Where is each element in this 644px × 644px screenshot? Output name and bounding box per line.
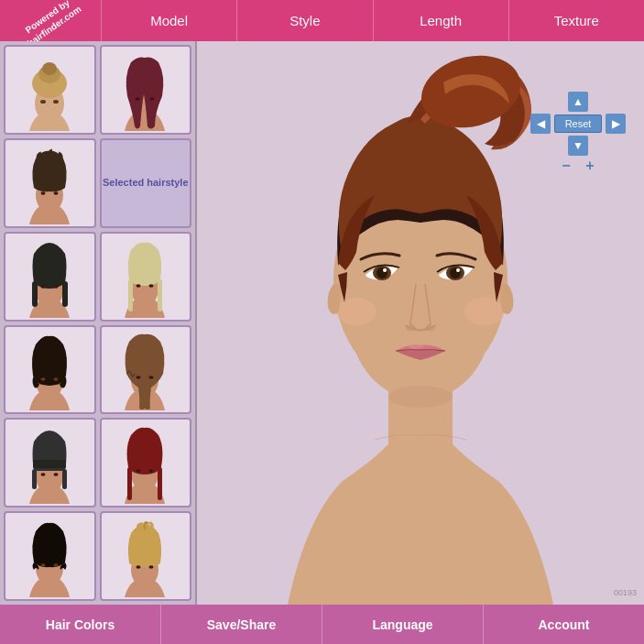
arrow-up-button[interactable]: ▲ <box>568 92 588 112</box>
svg-point-7 <box>136 97 140 101</box>
svg-rect-36 <box>127 467 132 500</box>
hairstyle-preview-7 <box>16 328 84 410</box>
svg-point-4 <box>40 100 46 104</box>
hairstyle-thumb-7[interactable] <box>4 325 96 415</box>
arrow-down-button[interactable]: ▼ <box>568 136 588 156</box>
hairstyle-preview-9 <box>16 421 84 504</box>
hair-style-sidebar: Selected hairstyle <box>0 41 197 605</box>
bottom-navigation: Hair Colors Save/Share Language Account <box>0 605 644 644</box>
tab-texture[interactable]: Texture <box>508 0 644 41</box>
svg-point-33 <box>40 473 45 476</box>
svg-point-8 <box>150 97 155 101</box>
zoom-out-button[interactable]: − <box>558 158 574 174</box>
svg-point-52 <box>383 268 387 272</box>
hairstyle-preview-12 <box>111 515 180 597</box>
svg-point-49 <box>464 298 505 325</box>
svg-point-45 <box>149 565 154 569</box>
zoom-controls: − + <box>558 158 598 174</box>
hairstyle-thumb-1[interactable] <box>4 45 96 135</box>
svg-point-11 <box>53 191 58 195</box>
top-navigation: Powered by hairfinder.com Model Style Le… <box>0 0 644 41</box>
svg-point-34 <box>53 473 58 476</box>
svg-rect-30 <box>33 460 66 468</box>
arrow-right-button[interactable]: ▶ <box>606 114 626 134</box>
svg-point-58 <box>409 344 423 349</box>
svg-point-5 <box>53 100 59 104</box>
hairstyle-thumb-12[interactable] <box>100 511 192 601</box>
hairstyle-preview-6 <box>111 235 180 318</box>
model-preview: ▲ ◀ Reset ▶ ▼ − + 00193 <box>197 41 644 605</box>
nav-tabs: Model Style Length Texture <box>101 0 644 41</box>
hairstyle-preview-10 <box>111 421 180 504</box>
tab-length[interactable]: Length <box>373 0 508 41</box>
svg-point-17 <box>53 285 58 289</box>
logo: Powered by hairfinder.com <box>17 0 82 41</box>
svg-rect-13 <box>34 270 65 279</box>
controls-panel: ▲ ◀ Reset ▶ ▼ − + <box>530 92 626 174</box>
hairstyle-preview-3 <box>16 142 84 224</box>
hairstyle-thumb-10[interactable] <box>100 418 192 508</box>
svg-point-21 <box>136 284 141 288</box>
hairstyle-thumb-2[interactable] <box>100 45 192 135</box>
arrow-left-button[interactable]: ◀ <box>530 114 551 134</box>
hairstyle-preview-8 <box>111 328 180 410</box>
hairstyle-preview-2 <box>111 49 180 131</box>
logo-area: Powered by hairfinder.com <box>0 0 101 41</box>
svg-point-41 <box>40 563 45 567</box>
zoom-in-button[interactable]: + <box>582 158 598 174</box>
hairstyle-thumb-8[interactable] <box>100 325 192 415</box>
hairstyle-thumb-11[interactable] <box>4 511 96 601</box>
svg-rect-19 <box>128 279 133 311</box>
svg-point-3 <box>42 62 57 75</box>
arrow-down-row: ▼ <box>568 136 588 156</box>
svg-point-24 <box>40 378 45 382</box>
svg-rect-31 <box>32 469 37 489</box>
watermark: 00193 <box>614 588 637 597</box>
svg-point-39 <box>149 469 154 473</box>
svg-point-38 <box>136 469 141 473</box>
svg-point-44 <box>136 565 141 569</box>
hairstyle-thumb-5[interactable] <box>4 232 96 322</box>
svg-rect-37 <box>158 467 162 500</box>
svg-point-25 <box>53 378 58 382</box>
reset-button[interactable]: Reset <box>554 115 602 133</box>
svg-rect-15 <box>62 281 68 307</box>
svg-rect-32 <box>62 469 67 489</box>
hairstyle-preview-1 <box>16 49 84 131</box>
svg-point-42 <box>53 563 58 567</box>
svg-point-28 <box>149 377 154 380</box>
hairstyle-thumb-9[interactable] <box>4 418 96 508</box>
svg-point-16 <box>40 285 45 289</box>
selected-hairstyle-label: Selected hairstyle <box>103 176 189 190</box>
svg-rect-14 <box>32 281 38 307</box>
hairstyle-thumb-3[interactable] <box>4 138 96 228</box>
svg-point-57 <box>426 325 435 332</box>
bottom-tab-language[interactable]: Language <box>322 605 484 644</box>
bottom-tab-account[interactable]: Account <box>484 605 644 644</box>
svg-rect-20 <box>158 279 162 311</box>
svg-point-48 <box>336 298 377 325</box>
svg-point-22 <box>149 284 154 288</box>
bottom-tab-hair-colors[interactable]: Hair Colors <box>0 605 161 644</box>
tab-style[interactable]: Style <box>236 0 372 41</box>
arrow-mid-row: ◀ Reset ▶ <box>530 114 626 134</box>
svg-point-56 <box>406 325 415 332</box>
svg-point-55 <box>456 268 460 272</box>
hairstyle-thumb-6[interactable] <box>100 232 192 322</box>
svg-point-59 <box>388 386 453 408</box>
svg-point-27 <box>136 377 141 380</box>
hairstyle-preview-5 <box>16 235 84 318</box>
arrow-up-row: ▲ <box>568 92 588 112</box>
hairstyle-preview-11 <box>16 515 84 597</box>
bottom-tab-save-share[interactable]: Save/Share <box>161 605 322 644</box>
main-content: Selected hairstyle <box>0 41 644 605</box>
hairstyle-thumb-selected[interactable]: Selected hairstyle <box>100 138 192 228</box>
tab-model[interactable]: Model <box>101 0 236 41</box>
svg-point-10 <box>40 191 45 195</box>
